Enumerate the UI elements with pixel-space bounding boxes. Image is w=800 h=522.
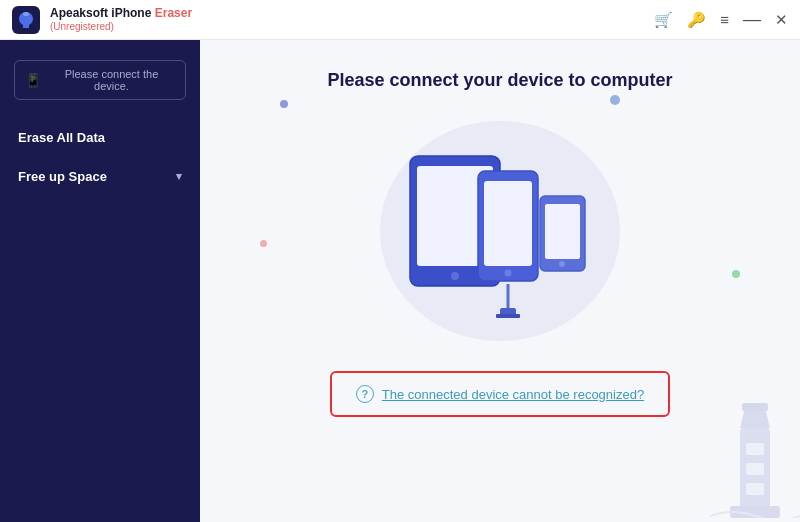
sidebar-item-erase-all-data[interactable]: Erase All Data bbox=[0, 118, 200, 157]
devices-svg bbox=[370, 136, 630, 326]
phone-icon: 📱 bbox=[25, 73, 41, 88]
svg-rect-13 bbox=[496, 314, 520, 318]
title-bar: Apeaksoft iPhone Eraser (Unregistered) 🛒… bbox=[0, 0, 800, 40]
svg-rect-16 bbox=[742, 403, 768, 411]
main-layout: 📱 Please connect the device. Erase All D… bbox=[0, 40, 800, 522]
minimize-icon[interactable]: — bbox=[743, 9, 761, 30]
page-title: Please connect your device to computer bbox=[327, 70, 672, 91]
app-status: (Unregistered) bbox=[50, 21, 192, 33]
sidebar: 📱 Please connect the device. Erase All D… bbox=[0, 40, 200, 522]
device-illustration bbox=[340, 121, 660, 341]
svg-point-4 bbox=[451, 272, 459, 280]
lighthouse-decoration bbox=[710, 388, 800, 522]
app-title-group: Apeaksoft iPhone Eraser (Unregistered) bbox=[50, 6, 192, 32]
dot-blue-tr bbox=[610, 95, 620, 105]
content-area: Please connect your device to computer bbox=[200, 40, 800, 522]
help-link-text[interactable]: The connected device cannot be recognize… bbox=[382, 387, 644, 402]
title-bar-controls: 🛒 🔑 ≡ — ✕ bbox=[654, 9, 788, 30]
title-bar-left: Apeaksoft iPhone Eraser (Unregistered) bbox=[12, 6, 192, 34]
svg-point-10 bbox=[559, 261, 565, 267]
connect-btn-label: Please connect the device. bbox=[48, 68, 175, 92]
app-name-line1: Apeaksoft iPhone Eraser bbox=[50, 6, 192, 20]
dot-pink-ml bbox=[260, 240, 267, 247]
svg-point-1 bbox=[23, 12, 29, 16]
connect-device-button[interactable]: 📱 Please connect the device. bbox=[14, 60, 186, 100]
help-link-container[interactable]: ? The connected device cannot be recogni… bbox=[330, 371, 670, 417]
app-logo-icon bbox=[12, 6, 40, 34]
svg-rect-19 bbox=[746, 483, 764, 495]
menu-icon[interactable]: ≡ bbox=[720, 11, 729, 28]
dot-purple-tl bbox=[280, 100, 288, 108]
help-icon: ? bbox=[356, 385, 374, 403]
dot-green-mr bbox=[732, 270, 740, 278]
svg-rect-6 bbox=[484, 181, 532, 266]
cart-icon[interactable]: 🛒 bbox=[654, 11, 673, 29]
key-icon[interactable]: 🔑 bbox=[687, 11, 706, 29]
sidebar-item-free-up-space[interactable]: Free up Space ▾ bbox=[0, 157, 200, 196]
close-icon[interactable]: ✕ bbox=[775, 11, 788, 29]
free-up-space-label: Free up Space bbox=[18, 169, 107, 184]
svg-rect-17 bbox=[746, 443, 764, 455]
chevron-down-icon: ▾ bbox=[176, 170, 182, 183]
svg-rect-18 bbox=[746, 463, 764, 475]
erase-all-data-label: Erase All Data bbox=[18, 130, 105, 145]
svg-point-7 bbox=[505, 270, 512, 277]
svg-rect-9 bbox=[545, 204, 580, 259]
